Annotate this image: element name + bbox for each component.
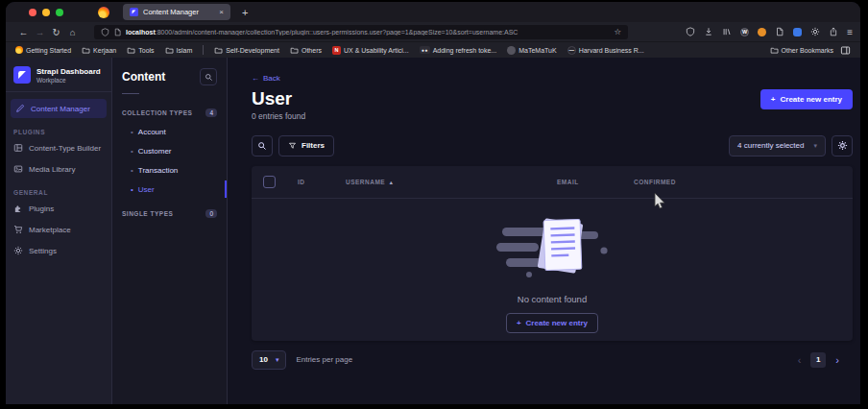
extension-shield-icon[interactable] (686, 27, 695, 36)
site-info-icon[interactable] (113, 28, 122, 36)
mouse-cursor (654, 193, 665, 210)
site-dots-icon: ●● (420, 46, 430, 54)
bookmark-adding-refresh[interactable]: ●●Adding refresh toke... (420, 46, 497, 54)
sidebar-item-content-type-builder[interactable]: Content-Type Builder (6, 137, 111, 158)
previous-page-button[interactable]: ‹ (798, 354, 802, 366)
url-host: localhost (126, 29, 156, 36)
share-icon[interactable] (829, 27, 838, 36)
bookmark-star-icon[interactable]: ☆ (614, 27, 621, 36)
column-header-id[interactable]: ID (298, 179, 346, 185)
home-button[interactable]: ⌂ (64, 27, 81, 37)
close-window-button[interactable] (29, 9, 36, 16)
folder-icon (770, 46, 779, 55)
subnav-item-customer[interactable]: •Customer (112, 141, 227, 160)
tab-title: Content Manager (143, 8, 214, 16)
url-text[interactable]: localhost:8000/admin/content-manager/col… (126, 29, 610, 36)
browser-tab[interactable]: Content Manager × (123, 4, 230, 20)
single-types-label: SINGLE TYPES (122, 210, 173, 217)
site-n-icon: N (332, 46, 341, 55)
chevron-down-icon: ▾ (276, 356, 279, 364)
back-link[interactable]: ← Back (252, 74, 280, 83)
bookmark-folder-kerjaan[interactable]: Kerjaan (82, 46, 116, 55)
back-button[interactable]: ← (15, 27, 32, 37)
workspace-subtitle: Workplace (36, 77, 101, 84)
reload-button[interactable]: ↻ (48, 27, 64, 37)
forward-button[interactable]: → (32, 27, 48, 37)
strapi-app: Strapi Dashboard Workplace Content Manag… (6, 58, 860, 404)
sidebar-item-content-manager[interactable]: Content Manager (11, 99, 107, 118)
subnav-item-user[interactable]: •User (112, 180, 227, 199)
maximize-window-button[interactable] (56, 9, 63, 16)
cart-icon (13, 225, 23, 234)
downloads-icon[interactable] (704, 27, 713, 36)
tracking-shield-icon[interactable] (101, 28, 109, 36)
extension-orange-icon[interactable] (758, 28, 766, 36)
bookmark-folder-self-development[interactable]: Self-Development (214, 46, 279, 55)
folder-icon (165, 46, 174, 55)
bookmark-getting-started[interactable]: Getting Started (15, 46, 71, 54)
fields-selected-dropdown[interactable]: 4 currently selected ▾ (729, 135, 826, 156)
bookmark-folder-tools[interactable]: Tools (127, 46, 154, 55)
library-icon[interactable] (722, 27, 732, 36)
select-all-checkbox[interactable] (263, 176, 276, 188)
search-icon (205, 73, 213, 82)
sidebar-toggle-icon[interactable] (840, 45, 851, 56)
site-gray-icon (507, 46, 516, 55)
tab-close-icon[interactable]: × (219, 8, 224, 16)
extension-gear-icon[interactable] (810, 27, 820, 36)
bullet-icon: • (131, 185, 133, 194)
extension-blue-icon[interactable] (793, 28, 802, 36)
column-header-email[interactable]: EMAIL (557, 179, 634, 185)
bookmark-matematuk[interactable]: MaTeMaTuK (507, 46, 556, 55)
subnav-divider (122, 93, 139, 94)
bookmark-folder-islam[interactable]: Islam (165, 46, 193, 55)
create-new-entry-button[interactable]: + Create new entry (760, 89, 853, 109)
subnav-item-account[interactable]: •Account (112, 122, 227, 141)
column-header-confirmed[interactable]: CONFIRMED (634, 179, 841, 185)
extension-w-icon[interactable]: W (740, 28, 749, 36)
bookmark-harvard-business[interactable]: —Harvard Business R... (567, 46, 644, 55)
plus-icon: + (771, 95, 776, 104)
chevron-down-icon: ▾ (813, 142, 817, 150)
navigation-toolbar: ← → ↻ ⌂ localhost:8000/admin/content-man… (6, 22, 860, 41)
table-header-row: ID USERNAME ▴ EMAIL CONFIRMED (252, 166, 853, 198)
new-tab-button[interactable]: + (242, 7, 248, 18)
sidebar-item-marketplace[interactable]: Marketplace (6, 219, 111, 240)
firefox-icon[interactable] (98, 7, 109, 18)
bookmarks-separator (203, 45, 204, 55)
window-controls (6, 9, 75, 16)
sidebar-item-settings[interactable]: Settings (6, 240, 111, 261)
pagination-bar: 10 ▾ Entries per page ‹ 1 › (252, 350, 853, 370)
empty-documents-illustration (494, 212, 610, 285)
subnav-item-transaction[interactable]: •Transaction (112, 160, 227, 180)
bookmark-ux-usability[interactable]: NUX & Usability Artici... (332, 46, 409, 55)
sidebar-item-media-library[interactable]: Media Library (6, 158, 111, 180)
subnav-title: Content (122, 70, 165, 84)
search-entries-button[interactable] (252, 135, 273, 156)
url-bar[interactable]: localhost:8000/admin/content-manager/col… (94, 25, 628, 39)
sidebar-item-plugins[interactable]: Plugins (6, 198, 111, 219)
subnav-search-button[interactable] (200, 68, 217, 85)
current-page-button[interactable]: 1 (810, 352, 826, 368)
page-title: User (252, 89, 305, 108)
other-bookmarks-button[interactable]: Other Bookmarks (770, 46, 833, 55)
bullet-icon: • (131, 166, 133, 175)
filters-button[interactable]: Filters (278, 135, 334, 156)
menu-icon[interactable]: ≡ (847, 27, 853, 37)
empty-create-new-entry-button[interactable]: + Create new entry (506, 313, 598, 333)
minimize-window-button[interactable] (42, 9, 50, 16)
pencil-icon (15, 104, 25, 113)
empty-state: No content found + Create new entry (252, 199, 853, 333)
next-page-button[interactable]: › (835, 354, 839, 366)
gear-icon (13, 246, 23, 255)
column-header-username[interactable]: USERNAME ▴ (346, 179, 557, 185)
bookmark-folder-others[interactable]: Others (290, 46, 322, 55)
sort-asc-icon: ▴ (390, 180, 394, 185)
table-settings-button[interactable] (832, 135, 853, 156)
workspace-brand[interactable]: Strapi Dashboard Workplace (6, 58, 111, 91)
single-types-count-badge: 0 (205, 209, 217, 218)
extension-page-icon[interactable] (775, 27, 784, 36)
content-subnav: Content COLLECTION TYPES 4 •Account •Cus… (112, 58, 228, 404)
page-size-select[interactable]: 10 ▾ (252, 350, 286, 370)
plus-icon: + (517, 319, 521, 327)
